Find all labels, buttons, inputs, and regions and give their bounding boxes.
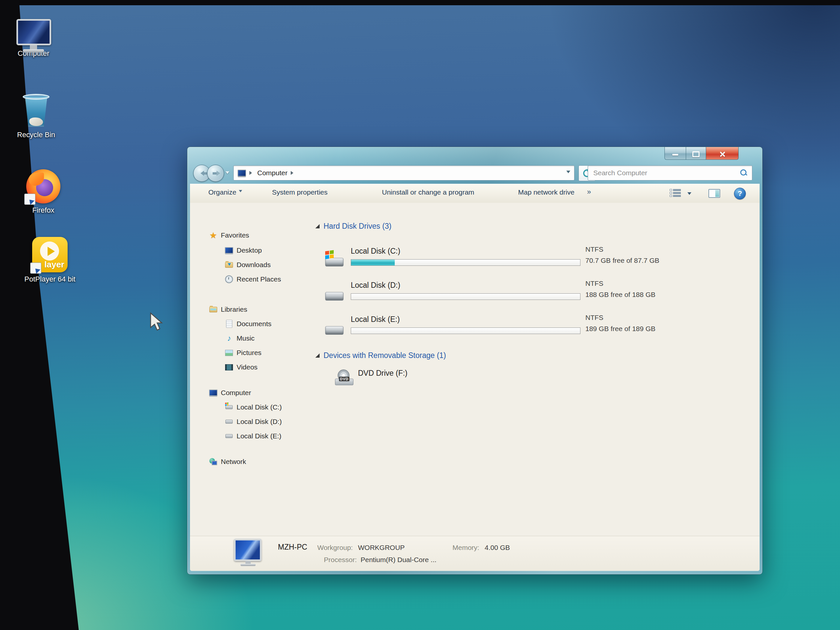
network-icon (209, 458, 218, 466)
back-arrow-icon (198, 171, 208, 176)
breadcrumb[interactable]: Computer (257, 169, 287, 177)
group-header-hard-disks[interactable]: Hard Disk Drives (3) (315, 222, 392, 231)
disk-icon (225, 417, 233, 426)
command-toolbar: Organize System properties Uninstall or … (190, 184, 759, 203)
computer-name: MZH-PC (278, 543, 307, 551)
minimize-icon (672, 154, 678, 156)
sidebar-item-music[interactable]: ♪ Music (225, 333, 255, 344)
sidebar-item-label: Documents (237, 320, 272, 328)
address-dropdown-icon[interactable] (566, 171, 570, 175)
videos-icon (225, 363, 233, 371)
potplayer-icon: layer (32, 237, 68, 272)
maximize-button[interactable] (686, 147, 706, 160)
sidebar-item-desktop[interactable]: Desktop (225, 245, 262, 256)
sidebar-item-local-disk-d[interactable]: Local Disk (D:) (225, 416, 282, 427)
organize-label: Organize (208, 188, 236, 196)
workgroup-value: WORKGROUP (358, 544, 404, 551)
sidebar-item-computer[interactable]: Computer (209, 387, 251, 398)
computer-details-icon (234, 539, 262, 567)
group-header-removable[interactable]: Devices with Removable Storage (1) (315, 351, 446, 360)
file-list-pane: Hard Disk Drives (3) Local Disk (C:) NTF… (308, 203, 759, 536)
recycle-bin-paper (29, 117, 43, 126)
sidebar-item-local-disk-e[interactable]: Local Disk (E:) (225, 431, 281, 442)
recycle-bin-icon (22, 94, 50, 128)
star-icon: ★ (209, 231, 218, 240)
free-space-label: 70.7 GB free of 87.7 GB (585, 257, 659, 264)
desktop-icon-recycle-bin[interactable]: Recycle Bin (6, 94, 66, 139)
search-input[interactable] (592, 169, 740, 177)
breadcrumb-arrow-icon[interactable] (291, 171, 295, 175)
sidebar-item-label: Recent Places (237, 275, 281, 283)
computer-crumb-icon (238, 170, 246, 177)
sidebar-item-label: Desktop (237, 246, 262, 254)
sidebar-item-favorites[interactable]: ★ Favorites (209, 230, 249, 241)
disk-c-icon (225, 403, 233, 412)
map-network-drive-button[interactable]: Map network drive (518, 188, 575, 196)
search-icon[interactable] (740, 169, 747, 177)
chevron-down-icon (239, 190, 242, 194)
system-properties-button[interactable]: System properties (272, 188, 327, 196)
play-icon (47, 247, 59, 256)
recent-pages-dropdown[interactable] (226, 171, 229, 176)
shortcut-arrow-icon (24, 194, 35, 205)
toolbar-overflow-button[interactable]: » (587, 188, 591, 196)
window-content: ★ Favorites Desktop Downloads Recent Pla… (190, 203, 759, 571)
uninstall-program-button[interactable]: Uninstall or change a program (382, 188, 474, 196)
sidebar-item-label: Libraries (221, 305, 248, 313)
drive-name: Local Disk (E:) (351, 315, 400, 324)
free-space-label: 188 GB free of 188 GB (585, 291, 655, 298)
sidebar-item-network[interactable]: Network (209, 456, 246, 467)
views-dropdown-icon[interactable] (687, 192, 692, 197)
documents-icon (225, 320, 233, 328)
close-icon (719, 151, 725, 158)
computer-icon (209, 388, 218, 397)
photographed-desktop: { "colors": { "window_glass": "#62a7bc",… (0, 0, 840, 630)
sidebar-item-recent-places[interactable]: Recent Places (225, 274, 281, 285)
close-button[interactable] (706, 147, 739, 160)
preview-pane-icon[interactable] (709, 189, 720, 198)
filesystem-label: NTFS (585, 245, 603, 253)
group-header-label: Hard Disk Drives (3) (324, 222, 392, 231)
sidebar-item-label: Music (237, 334, 255, 342)
sidebar-item-label: Local Disk (D:) (237, 418, 282, 426)
hard-drive-icon (325, 287, 344, 301)
breadcrumb-arrow-icon[interactable] (249, 171, 254, 175)
collapse-arrow-icon (315, 224, 320, 228)
desktop-icon (225, 246, 233, 255)
sidebar-item-local-disk-c[interactable]: Local Disk (C:) (225, 402, 282, 413)
organize-button[interactable]: Organize (208, 188, 242, 196)
sidebar-item-label: Computer (221, 389, 251, 397)
hard-drive-icon (325, 253, 344, 267)
views-icon[interactable] (670, 189, 681, 197)
sidebar-item-documents[interactable]: Documents (225, 318, 272, 330)
desktop-icon-firefox[interactable]: Firefox (14, 169, 73, 214)
maximize-icon (692, 151, 699, 157)
minimize-button[interactable] (665, 147, 686, 160)
sidebar-item-pictures[interactable]: Pictures (225, 347, 262, 358)
navigation-pane: ★ Favorites Desktop Downloads Recent Pla… (190, 203, 308, 536)
capacity-bar (351, 327, 581, 334)
sidebar-item-libraries[interactable]: Libraries (209, 304, 248, 315)
drive-name: DVD Drive (F:) (358, 369, 407, 378)
forward-button[interactable] (207, 165, 224, 182)
explorer-window: Computer Organize System properties Unin… (187, 147, 763, 575)
processor-value: Pentium(R) Dual-Core ... (361, 556, 436, 564)
sidebar-item-videos[interactable]: Videos (225, 362, 257, 373)
computer-icon-base (23, 49, 44, 52)
help-icon[interactable]: ? (734, 188, 746, 199)
dvd-badge: DVD (339, 377, 349, 381)
desktop-icon-potplayer[interactable]: layer PotPlayer 64 bit (21, 237, 79, 283)
desktop-icon-computer[interactable]: Computer (4, 19, 63, 57)
forward-arrow-icon (213, 171, 223, 176)
sidebar-item-downloads[interactable]: Downloads (225, 259, 271, 270)
drive-name: Local Disk (D:) (351, 281, 400, 290)
sidebar-item-label: Network (221, 458, 246, 466)
firefox-icon (26, 169, 60, 204)
potplayer-badge-text: layer (44, 259, 64, 270)
music-note-icon: ♪ (225, 334, 233, 343)
sidebar-item-label: Downloads (237, 261, 271, 269)
address-bar[interactable]: Computer (233, 165, 575, 180)
processor-label: Processor: (324, 556, 357, 564)
drive-name: Local Disk (C:) (351, 247, 400, 256)
hard-drive-icon (325, 321, 344, 335)
